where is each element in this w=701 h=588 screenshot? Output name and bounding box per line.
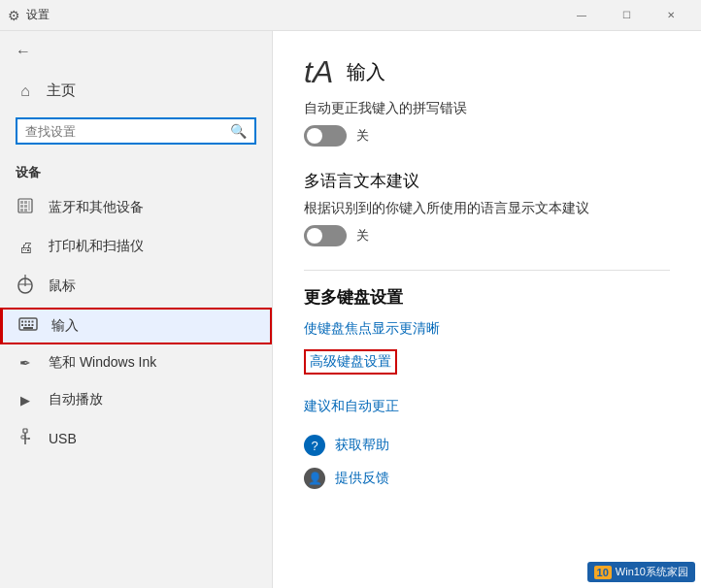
main-area: ← 主页 🔍 设备	[0, 31, 701, 588]
svg-rect-14	[25, 321, 27, 323]
usb-icon	[16, 428, 35, 449]
section2-label: 根据识别到的你键入所使用的语言显示文本建议	[304, 200, 670, 217]
minimize-button[interactable]: —	[559, 0, 604, 31]
section2-toggle-label: 关	[356, 227, 369, 245]
section2-title: 多语言文本建议	[304, 170, 670, 192]
titlebar: ⚙ 设置 — ☐ ✕	[0, 0, 701, 31]
help-section: ? 获取帮助 👤 提供反馈	[304, 435, 670, 489]
sidebar-item-label-mouse: 鼠标	[49, 278, 76, 295]
svg-rect-17	[21, 324, 23, 326]
svg-rect-16	[32, 321, 34, 323]
svg-rect-21	[23, 327, 33, 329]
sidebar-item-usb[interactable]: USB	[0, 418, 272, 459]
sidebar-item-printer[interactable]: 🖨 打印机和扫描仪	[0, 228, 272, 265]
svg-rect-18	[25, 324, 27, 326]
sidebar-item-bluetooth[interactable]: 蓝牙和其他设备	[0, 187, 272, 228]
sidebar-item-label-usb: USB	[49, 431, 77, 446]
bluetooth-icon	[16, 197, 35, 218]
svg-rect-4	[24, 205, 27, 208]
svg-rect-22	[23, 429, 27, 433]
maximize-button[interactable]: ☐	[604, 0, 649, 31]
section1-toggle-row: 关	[304, 125, 670, 147]
get-help-icon: ?	[304, 435, 325, 456]
section1-toggle-label: 关	[356, 127, 369, 145]
pen-icon: ✒	[16, 355, 35, 371]
search-box[interactable]: 🔍	[16, 117, 256, 145]
search-icon: 🔍	[230, 123, 247, 139]
sidebar-item-pen[interactable]: ✒ 笔和 Windows Ink	[0, 344, 272, 381]
autoplay-icon: ▶	[16, 393, 35, 408]
sidebar-item-label-pen: 笔和 Windows Ink	[49, 354, 156, 372]
back-button[interactable]: ←	[0, 31, 272, 72]
search-input[interactable]	[25, 124, 224, 139]
svg-rect-6	[24, 209, 27, 212]
svg-rect-5	[20, 209, 23, 212]
sidebar-home-label: 主页	[47, 82, 76, 100]
section1-label: 自动更正我键入的拼写错误	[304, 100, 670, 117]
help-item-feedback[interactable]: 👤 提供反馈	[304, 468, 670, 489]
sidebar-item-label-autoplay: 自动播放	[49, 391, 103, 408]
section2-toggle-row: 关	[304, 225, 670, 246]
svg-rect-20	[32, 324, 34, 326]
input-header-icon: tA	[304, 54, 333, 90]
svg-point-26	[28, 438, 30, 440]
svg-rect-13	[21, 321, 23, 323]
svg-rect-3	[20, 205, 23, 208]
svg-rect-7	[28, 201, 30, 211]
sidebar-item-autoplay[interactable]: ▶ 自动播放	[0, 381, 272, 418]
settings-icon: ⚙	[8, 8, 20, 23]
sidebar-item-input[interactable]: 输入	[0, 308, 272, 344]
mouse-icon	[16, 275, 35, 298]
content-panel: tA 输入 自动更正我键入的拼写错误 关 多语言文本建议 根据识别到的你键入所使…	[272, 31, 701, 588]
home-icon	[16, 82, 35, 100]
help-item-get-help[interactable]: ? 获取帮助	[304, 435, 670, 456]
svg-rect-19	[28, 324, 30, 326]
watermark-text: Win10系统家园	[616, 565, 688, 579]
close-button[interactable]: ✕	[649, 0, 693, 31]
help-label-feedback: 提供反馈	[335, 470, 389, 487]
sidebar-item-label-bluetooth: 蓝牙和其他设备	[49, 199, 144, 216]
section2-toggle[interactable]	[304, 225, 347, 246]
keyboard-icon	[18, 317, 38, 335]
back-arrow-icon: ←	[16, 43, 31, 60]
sidebar-section-label: 设备	[0, 152, 272, 187]
svg-rect-1	[20, 201, 23, 204]
svg-rect-15	[28, 321, 30, 323]
sidebar-item-mouse[interactable]: 鼠标	[0, 265, 272, 308]
watermark-badge: 10 Win10系统家园	[587, 562, 695, 582]
link-suggestions[interactable]: 建议和自动更正	[304, 398, 670, 415]
content-header: tA 输入	[304, 54, 670, 90]
link-advanced-keyboard[interactable]: 高级键盘设置	[304, 349, 397, 375]
section1-toggle[interactable]	[304, 125, 347, 147]
sidebar-item-label-input: 输入	[51, 317, 79, 335]
content-title: 输入	[347, 59, 385, 85]
link-keyboard-focus[interactable]: 使键盘焦点显示更清晰	[304, 320, 670, 338]
help-label-get-help: 获取帮助	[335, 437, 389, 454]
more-settings-title: 更多键盘设置	[304, 286, 670, 309]
sidebar: ← 主页 🔍 设备	[0, 31, 272, 588]
feedback-icon: 👤	[304, 468, 325, 489]
section-divider	[304, 270, 670, 271]
svg-rect-2	[24, 201, 27, 204]
printer-icon: 🖨	[16, 239, 35, 255]
titlebar-title: 设置	[26, 7, 50, 23]
sidebar-item-home[interactable]: 主页	[0, 72, 272, 110]
watermark-logo: 10	[594, 566, 612, 579]
titlebar-controls: — ☐ ✕	[559, 0, 693, 31]
sidebar-item-label-printer: 打印机和扫描仪	[49, 238, 144, 255]
